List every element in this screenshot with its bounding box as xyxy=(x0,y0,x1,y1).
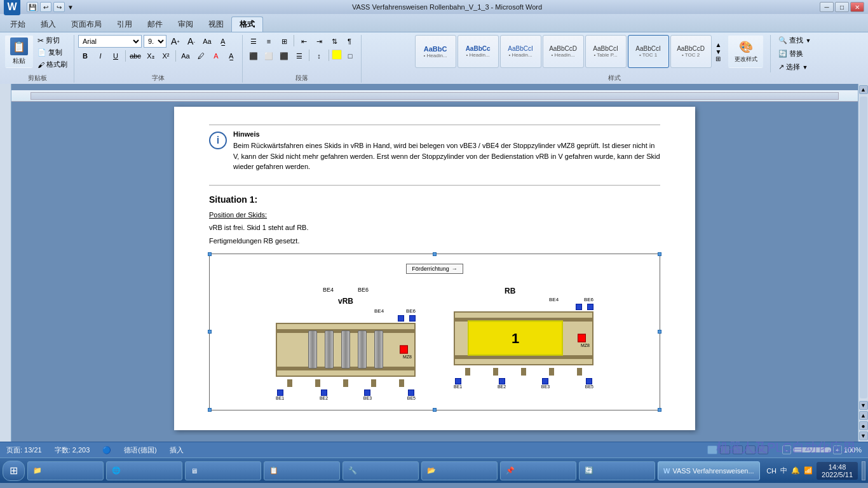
maximize-button[interactable]: □ xyxy=(835,2,849,12)
position-link[interactable]: Position der Skids: xyxy=(209,211,660,219)
numbered-list-button[interactable]: ≡ xyxy=(262,35,276,48)
border-button[interactable]: □ xyxy=(343,50,357,62)
find-button[interactable]: 🔍 查找 ▼ xyxy=(776,35,813,46)
language-info[interactable]: 德语(德国) xyxy=(124,445,156,455)
show-desktop-button[interactable] xyxy=(862,461,865,480)
handle-tc[interactable] xyxy=(433,252,437,256)
styles-up[interactable]: ▲ xyxy=(715,41,722,48)
copy-button[interactable]: 📄 复制 xyxy=(35,47,70,58)
tab-view[interactable]: 视图 xyxy=(201,17,231,32)
cut-button[interactable]: ✂ 剪切 xyxy=(35,35,70,46)
taskbar-item-word[interactable]: W VASS Verfahrensweisen... xyxy=(658,461,760,480)
taskbar-item-tool5[interactable]: 📌 xyxy=(500,461,576,480)
quick-access-more[interactable]: ▼ xyxy=(67,2,74,12)
page-down-button[interactable]: ▼ xyxy=(859,431,868,440)
select-browse-button[interactable]: ● xyxy=(859,421,868,430)
undo-button[interactable]: ↩ xyxy=(40,2,51,12)
print-view-button[interactable] xyxy=(707,445,717,454)
titlebar-controls[interactable]: ─ □ ✕ xyxy=(820,2,864,12)
font-family-select[interactable]: Arial xyxy=(78,35,142,48)
tab-mail[interactable]: 邮件 xyxy=(140,17,170,32)
align-right-button[interactable]: ⬛ xyxy=(277,50,291,62)
taskbar-item-tool1[interactable]: 🖥 xyxy=(185,461,261,480)
taskbar-item-tool3[interactable]: 🔧 xyxy=(342,461,419,480)
sort-button[interactable]: ⇅ xyxy=(327,35,341,48)
web-view-button[interactable] xyxy=(733,445,743,454)
handle-ml[interactable] xyxy=(208,330,212,334)
tab-start[interactable]: 开始 xyxy=(3,17,33,32)
zoom-out-button[interactable]: - xyxy=(782,445,791,454)
increase-indent-button[interactable]: ⇥ xyxy=(312,35,326,48)
styles-expand[interactable]: ⊞ xyxy=(715,55,722,62)
style-toc2[interactable]: AaBbCcD • TOC 2 xyxy=(670,35,712,68)
tab-references[interactable]: 引用 xyxy=(109,17,140,32)
full-view-button[interactable] xyxy=(720,445,730,454)
style-table[interactable]: AaBbCcI • Table P... xyxy=(585,35,627,68)
decrease-indent-button[interactable]: ⇤ xyxy=(297,35,311,48)
save-button[interactable]: 💾 xyxy=(27,2,38,12)
scroll-down-button[interactable]: ▼ xyxy=(859,401,868,410)
highlight-button[interactable]: 🖊 xyxy=(194,50,208,62)
page-up-button[interactable]: ▲ xyxy=(859,411,868,420)
underline-button[interactable]: U xyxy=(109,50,123,62)
change-styles-button[interactable]: 🎨 更改样式 xyxy=(728,35,763,68)
style-heading2[interactable]: AaBbCc • Headin... xyxy=(458,35,499,68)
handle-bc[interactable] xyxy=(433,408,437,412)
taskbar-item-browser[interactable]: 🌐 xyxy=(106,461,182,480)
show-hide-button[interactable]: ¶ xyxy=(342,35,356,48)
left-scrollbar[interactable] xyxy=(0,84,11,442)
shading-button[interactable] xyxy=(332,50,342,60)
font-shading-button[interactable]: A̲ xyxy=(224,50,238,62)
paste-button[interactable]: 📋 粘贴 xyxy=(5,35,33,68)
close-button[interactable]: ✕ xyxy=(850,2,864,12)
replace-button[interactable]: 🔄 替换 xyxy=(776,48,813,59)
strikethrough-button[interactable]: abc xyxy=(128,50,142,62)
zoom-in-button[interactable]: + xyxy=(833,445,842,454)
tab-review[interactable]: 审阅 xyxy=(170,17,201,32)
taskbar-item-tool2[interactable]: 📋 xyxy=(264,461,340,480)
align-center-button[interactable]: ⬜ xyxy=(262,50,276,62)
styles-scroll[interactable]: ▲ ▼ ⊞ xyxy=(715,41,722,62)
page-scroll-area[interactable]: i Hinweis Beim Rückwärtsfahren eines Ski… xyxy=(11,102,858,435)
start-button[interactable]: ⊞ xyxy=(3,461,25,481)
zoom-slider[interactable] xyxy=(793,447,831,452)
line-spacing-button[interactable]: ↕ xyxy=(312,50,326,62)
font-color-button[interactable]: A xyxy=(209,50,223,62)
bullet-list-button[interactable]: ☰ xyxy=(247,35,261,48)
align-left-button[interactable]: ⬛ xyxy=(247,50,261,62)
style-toc1[interactable]: AaBbCcI • TOC 1 xyxy=(628,35,669,68)
clock[interactable]: 14:48 2022/5/11 xyxy=(817,462,858,480)
select-button[interactable]: ↗ 选择 ▼ xyxy=(776,62,813,72)
scroll-up-button[interactable]: ▲ xyxy=(859,85,868,94)
handle-br[interactable] xyxy=(658,408,661,412)
outline-view-button[interactable] xyxy=(745,445,756,454)
styles-down[interactable]: ▼ xyxy=(715,48,722,55)
draft-view-button[interactable] xyxy=(758,445,768,454)
right-scrollbar[interactable]: ▲ ▼ ▲ ● ▼ xyxy=(858,84,868,442)
justify-button[interactable]: ☰ xyxy=(292,50,306,62)
redo-button[interactable]: ↪ xyxy=(53,2,65,12)
tab-page-layout[interactable]: 页面布局 xyxy=(64,17,109,32)
handle-tl[interactable] xyxy=(208,252,212,256)
tab-format[interactable]: 格式 xyxy=(231,17,263,32)
clear-format-button[interactable]: Aa xyxy=(200,35,214,48)
change-case-button[interactable]: Aa xyxy=(179,50,193,62)
handle-bl[interactable] xyxy=(208,408,212,412)
grow-font-button[interactable]: A+ xyxy=(168,35,182,48)
style-heading3[interactable]: AaBbCcI • Headin... xyxy=(500,35,541,68)
minimize-button[interactable]: ─ xyxy=(820,2,834,12)
tab-insert[interactable]: 插入 xyxy=(33,17,64,32)
multilevel-list-button[interactable]: ⊞ xyxy=(277,35,291,48)
superscript-button[interactable]: X² xyxy=(159,50,173,62)
bold-button[interactable]: B xyxy=(78,50,92,62)
handle-mr[interactable] xyxy=(658,330,661,334)
style-heading4[interactable]: AaBbCcD • Headin... xyxy=(543,35,584,68)
font-size-select[interactable]: 9.5 xyxy=(144,35,166,48)
subscript-button[interactable]: X₂ xyxy=(144,50,158,62)
handle-tr[interactable] xyxy=(658,252,661,256)
taskbar-item-tool4[interactable]: 📂 xyxy=(421,461,498,480)
shrink-font-button[interactable]: A- xyxy=(184,35,198,48)
scroll-thumb[interactable] xyxy=(860,97,867,398)
style-heading1[interactable]: AaBbC • Headin... xyxy=(415,35,456,68)
italic-button[interactable]: I xyxy=(93,50,107,62)
